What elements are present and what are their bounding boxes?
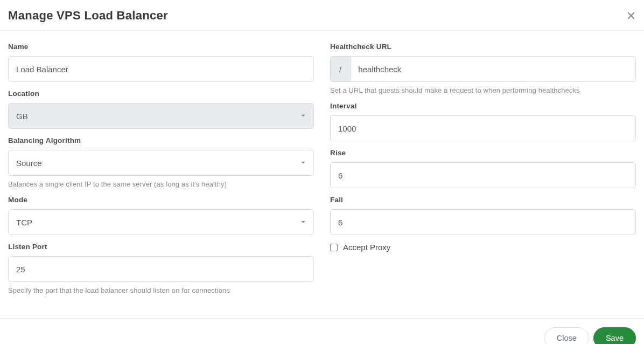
modal-header: Manage VPS Load Balancer xyxy=(0,0,644,31)
port-input[interactable] xyxy=(8,256,314,282)
accept-proxy-group: Accept Proxy xyxy=(330,243,636,252)
modal-footer: Close Save xyxy=(0,318,644,344)
healthcheck-help: Set a URL that guests should make a requ… xyxy=(330,86,636,94)
rise-group: Rise xyxy=(330,149,636,188)
interval-input[interactable] xyxy=(330,115,636,141)
modal-title: Manage VPS Load Balancer xyxy=(8,9,636,23)
manage-load-balancer-modal: Manage VPS Load Balancer Name Location xyxy=(0,0,644,344)
modal-body: Name Location Balancing Algorithm xyxy=(0,31,644,318)
healthcheck-prefix: / xyxy=(330,56,350,82)
close-button[interactable]: Close xyxy=(544,327,589,344)
location-group: Location xyxy=(8,90,314,129)
close-icon[interactable] xyxy=(628,10,634,20)
interval-group: Interval xyxy=(330,102,636,141)
healthcheck-label: Healthcheck URL xyxy=(330,43,636,51)
fall-label: Fall xyxy=(330,196,636,204)
fall-group: Fall xyxy=(330,196,636,235)
left-column: Name Location Balancing Algorithm xyxy=(0,37,322,302)
name-group: Name xyxy=(8,43,314,82)
algorithm-select[interactable] xyxy=(8,150,314,176)
accept-proxy-label: Accept Proxy xyxy=(343,243,390,252)
rise-label: Rise xyxy=(330,149,636,157)
save-button[interactable]: Save xyxy=(593,327,636,344)
port-label: Listen Port xyxy=(8,243,314,251)
mode-group: Mode xyxy=(8,196,314,235)
location-select[interactable] xyxy=(8,103,314,129)
algorithm-label: Balancing Algorithm xyxy=(8,136,314,145)
fall-input[interactable] xyxy=(330,209,636,235)
name-label: Name xyxy=(8,43,314,51)
algorithm-group: Balancing Algorithm Balances a single cl… xyxy=(8,136,314,188)
accept-proxy-checkbox[interactable] xyxy=(330,244,338,251)
interval-label: Interval xyxy=(330,102,636,110)
healthcheck-group: Healthcheck URL / Set a URL that guests … xyxy=(330,43,636,94)
healthcheck-input[interactable] xyxy=(350,56,636,82)
mode-label: Mode xyxy=(8,196,314,204)
location-label: Location xyxy=(8,90,314,98)
port-group: Listen Port Specify the port that the lo… xyxy=(8,243,314,294)
mode-select[interactable] xyxy=(8,209,314,235)
name-input[interactable] xyxy=(8,56,314,82)
rise-input[interactable] xyxy=(330,162,636,188)
right-column: Healthcheck URL / Set a URL that guests … xyxy=(322,37,644,302)
port-help: Specify the port that the load balancer … xyxy=(8,286,314,294)
algorithm-help: Balances a single client IP to the same … xyxy=(8,180,314,188)
